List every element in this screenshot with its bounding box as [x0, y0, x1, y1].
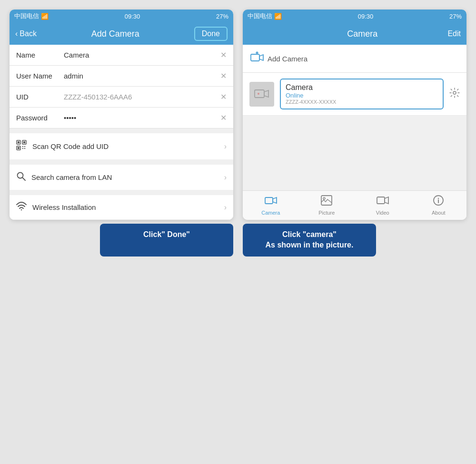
svg-rect-7: [24, 146, 25, 147]
scan-qr-row[interactable]: Scan QR Code add UID ›: [10, 133, 233, 160]
label-uid: UID: [16, 93, 59, 101]
search-lan-row[interactable]: Search camera from LAN ›: [10, 165, 233, 190]
tab-about-label: About: [432, 210, 446, 216]
svg-rect-9: [24, 148, 25, 149]
tab-about[interactable]: About: [411, 191, 467, 220]
tab-picture[interactable]: Picture: [299, 191, 355, 220]
chevron-search-icon: ›: [224, 173, 227, 182]
tab-camera[interactable]: Camera: [243, 191, 299, 220]
battery-right: 27%: [449, 13, 462, 20]
svg-point-20: [453, 91, 456, 94]
svg-rect-3: [23, 141, 25, 143]
svg-rect-21: [265, 197, 273, 204]
svg-point-29: [438, 198, 439, 199]
status-bar-right: 中国电信 📶 09:30 27%: [243, 10, 466, 23]
clear-uid-icon[interactable]: ✕: [220, 92, 227, 101]
svg-rect-25: [377, 197, 385, 204]
camera-status: Online: [286, 92, 438, 99]
clear-username-icon[interactable]: ✕: [220, 71, 227, 80]
camera-name: Camera: [286, 83, 438, 92]
svg-rect-1: [18, 141, 20, 143]
add-camera-icon: [250, 51, 264, 66]
chevron-qr-icon: ›: [224, 142, 227, 151]
chevron-wireless-icon: ›: [224, 203, 227, 212]
label-name: Name: [16, 51, 59, 59]
form-row-username: User Name ✕: [10, 66, 233, 87]
svg-point-24: [323, 197, 325, 199]
chevron-left-icon: ‹: [15, 30, 18, 38]
annotations-row: Click" Done" Click "camera" As shown in …: [10, 224, 466, 257]
camera-info-box: Camera Online ZZZZ-4XXXX-XXXXX: [280, 79, 444, 109]
separator-3: [10, 190, 233, 195]
input-username[interactable]: [64, 72, 216, 80]
time-left: 09:30: [125, 13, 140, 20]
svg-marker-22: [273, 197, 277, 203]
svg-marker-14: [259, 55, 263, 60]
search-lan-label: Search camera from LAN: [31, 173, 218, 181]
tab-camera-icon: [265, 195, 277, 208]
wireless-row[interactable]: Wireless Installation ›: [10, 195, 233, 220]
tab-video-label: Video: [376, 210, 389, 216]
svg-marker-18: [264, 90, 268, 97]
tab-picture-icon: [321, 195, 332, 208]
separator-1: [10, 128, 233, 133]
form-row-uid: UID ✕: [10, 87, 233, 108]
right-phone: 中国电信 📶 09:30 27% Camera Edit: [243, 10, 466, 220]
add-camera-label: Add Camera: [268, 55, 307, 63]
svg-rect-8: [22, 148, 23, 149]
svg-rect-5: [18, 147, 20, 149]
wifi-icon-right: 📶: [274, 13, 282, 20]
carrier-right: 中国电信: [248, 12, 272, 20]
clear-password-icon[interactable]: ✕: [220, 113, 227, 122]
left-annotation: Click" Done": [100, 224, 233, 257]
camera-uid: ZZZZ-4XXXX-XXXXX: [286, 99, 438, 105]
time-right: 09:30: [358, 13, 374, 20]
camera-list-row[interactable]: Camera Online ZZZZ-4XXXX-XXXXX: [243, 73, 466, 116]
clear-name-icon[interactable]: ✕: [220, 50, 227, 59]
nav-title-left: Add Camera: [91, 29, 139, 39]
right-annotation: Click "camera" As shown in the picture.: [243, 224, 376, 257]
wifi-icon-left: 📶: [41, 13, 49, 20]
tab-camera-label: Camera: [261, 210, 280, 216]
input-uid[interactable]: [64, 93, 216, 101]
svg-marker-26: [385, 197, 388, 204]
qr-icon: [16, 140, 27, 153]
separator-2: [10, 160, 233, 165]
svg-rect-13: [251, 54, 259, 61]
status-bar-left: 中国电信 📶 09:30 27%: [10, 10, 233, 23]
tab-video-icon: [377, 195, 389, 208]
nav-title-right: Camera: [347, 29, 377, 39]
edit-button[interactable]: Edit: [447, 30, 461, 38]
back-label: Back: [20, 30, 37, 38]
add-camera-row[interactable]: Add Camera: [243, 45, 466, 73]
tab-video[interactable]: Video: [355, 191, 411, 220]
nav-bar-left: ‹ Back Add Camera Done: [10, 23, 233, 45]
tab-about-icon: [433, 195, 444, 208]
form-row-password: Password ✕: [10, 108, 233, 128]
wifi-install-icon: [16, 202, 27, 213]
svg-line-11: [22, 178, 25, 180]
scan-qr-label: Scan QR Code add UID: [32, 142, 218, 150]
camera-thumbnail: [249, 82, 274, 107]
input-password[interactable]: [64, 114, 216, 122]
carrier-left: 中国电信: [14, 12, 39, 20]
tab-picture-label: Picture: [318, 210, 335, 216]
right-content-area: [243, 116, 466, 190]
label-username: User Name: [16, 72, 59, 80]
svg-point-12: [21, 209, 22, 210]
label-password: Password: [16, 114, 59, 122]
tab-bar: Camera Picture: [243, 190, 466, 220]
settings-icon[interactable]: [449, 88, 460, 101]
svg-point-19: [258, 93, 259, 95]
nav-bar-right: Camera Edit: [243, 23, 466, 45]
search-icon: [16, 171, 26, 183]
wireless-label: Wireless Installation: [32, 203, 218, 211]
input-name[interactable]: [64, 51, 216, 59]
battery-left: 27%: [216, 13, 228, 20]
back-button[interactable]: ‹ Back: [15, 30, 37, 38]
form-section: Name ✕ User Name ✕ UID ✕ Password ✕: [10, 45, 233, 128]
form-row-name: Name ✕: [10, 45, 233, 66]
done-button[interactable]: Done: [194, 27, 228, 41]
left-phone: 中国电信 📶 09:30 27% ‹ Back Add Camera Done …: [10, 10, 233, 220]
svg-rect-6: [22, 146, 23, 147]
